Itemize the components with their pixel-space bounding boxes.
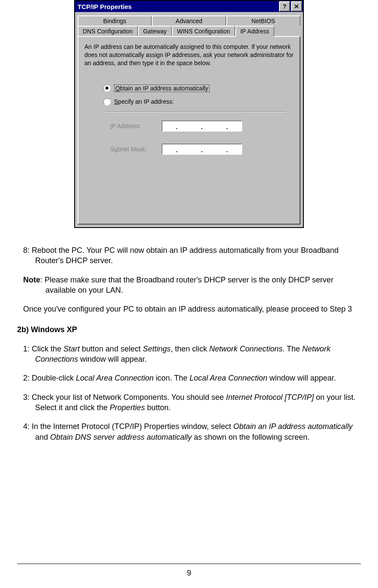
step-8: 8: Reboot the PC. Your PC will now obtai… — [23, 245, 362, 266]
tab-panel-ip-address: An IP address can be automatically assig… — [78, 36, 300, 225]
radio-obtain-label: Obtain an IP address automatically — [114, 84, 210, 92]
specify-ip-group: IP Address: ... Subnet Mask: ... — [106, 111, 286, 161]
tab-gateway[interactable]: Gateway — [138, 26, 172, 36]
dialog-titlebar: TCP/IP Properties ? ✕ — [75, 1, 303, 12]
radio-specify-label: Specify an IP address: — [114, 98, 174, 105]
tab-advanced[interactable]: Advanced — [152, 15, 226, 26]
note-dhcp: Note: Please make sure that the Broadban… — [23, 275, 362, 296]
subnet-mask-input[interactable]: ... — [162, 144, 242, 155]
tab-bindings[interactable]: Bindings — [78, 15, 152, 26]
document-body: 8: Reboot the PC. Your PC will now obtai… — [0, 228, 378, 442]
proceed-paragraph: Once you've configured your PC to obtain… — [23, 304, 362, 314]
xp-step-2: 2: Double-click Local Area Connection ic… — [23, 373, 362, 383]
close-button[interactable]: ✕ — [291, 1, 302, 12]
xp-step-1: 1: Click the Start button and select Set… — [23, 344, 362, 365]
radio-icon — [103, 84, 111, 92]
help-button[interactable]: ? — [279, 1, 290, 12]
ip-address-description: An IP address can be automatically assig… — [84, 43, 294, 67]
radio-icon — [103, 98, 111, 105]
ip-address-label: IP Address: — [110, 123, 162, 129]
heading-2b: 2b) Windows XP — [17, 324, 362, 335]
tcpip-properties-dialog: TCP/IP Properties ? ✕ Bindings Advanced … — [74, 0, 304, 228]
xp-step-4: 4: In the Internet Protocol (TCP/IP) Pro… — [23, 421, 362, 442]
tab-wins-configuration[interactable]: WINS Configuration — [172, 26, 235, 36]
page-number: 9 — [0, 569, 378, 578]
radio-specify-ip[interactable]: Specify an IP address: — [103, 98, 294, 105]
ip-address-input[interactable]: ... — [162, 120, 242, 132]
xp-step-3: 3: Check your list of Network Components… — [23, 392, 362, 413]
tab-netbios[interactable]: NetBIOS — [226, 15, 300, 26]
tab-ip-address[interactable]: IP Address — [235, 26, 274, 37]
radio-obtain-automatically[interactable]: Obtain an IP address automatically — [103, 84, 294, 92]
tab-dns-configuration[interactable]: DNS Configuration — [78, 26, 138, 36]
subnet-mask-label: Subnet Mask: — [110, 146, 162, 153]
dialog-title: TCP/IP Properties — [78, 3, 278, 10]
footer-rule — [17, 564, 361, 564]
tab-strip: Bindings Advanced NetBIOS DNS Configurat… — [75, 12, 303, 36]
